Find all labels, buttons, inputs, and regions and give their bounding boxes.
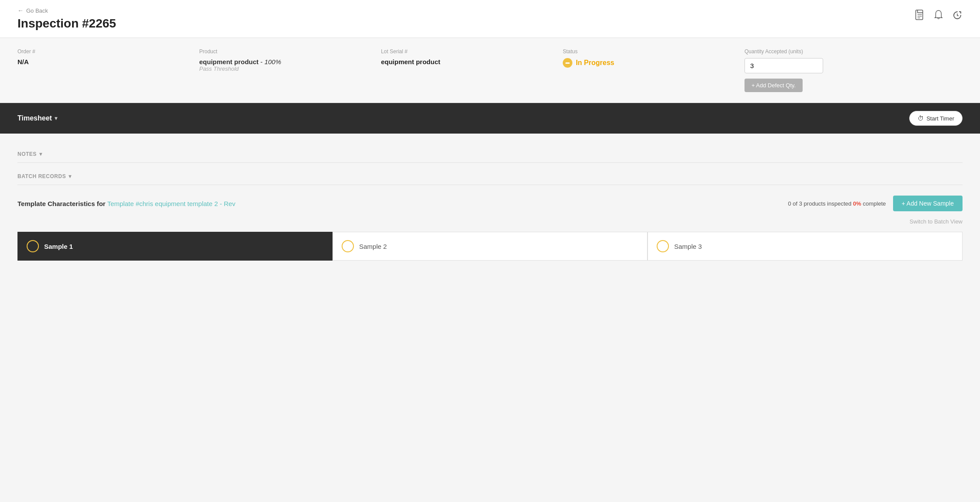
lot-serial-value: equipment product xyxy=(381,58,563,65)
batch-records-chevron-icon: ▾ xyxy=(69,173,72,179)
bell-icon[interactable] xyxy=(934,10,943,24)
quantity-input[interactable] xyxy=(745,58,823,73)
sample-tab-1[interactable]: Sample 1 xyxy=(17,232,332,261)
template-link[interactable]: Template #chris equipment template 2 - R… xyxy=(107,200,235,207)
batch-records-section-header[interactable]: BATCH RECORDS ▾ xyxy=(17,166,963,185)
history-icon[interactable] xyxy=(952,10,963,23)
order-label: Order # xyxy=(17,48,199,55)
product-name: equipment product xyxy=(199,58,259,65)
sample-3-label: Sample 3 xyxy=(674,243,702,250)
status-badge: In Progress xyxy=(563,58,745,68)
sample-2-circle-icon xyxy=(342,240,354,252)
batch-records-label: BATCH RECORDS xyxy=(17,173,66,179)
quantity-field: Quantity Accepted (units) + Add Defect Q… xyxy=(745,48,963,92)
add-defect-button[interactable]: + Add Defect Qty. xyxy=(745,79,803,92)
status-field: Status In Progress xyxy=(563,48,745,68)
info-bar: Order # N/A Product equipment product - … xyxy=(0,38,980,103)
header-icons xyxy=(915,7,963,24)
timesheet-bar: Timesheet ▾ ⏱ Start Timer xyxy=(0,103,980,134)
main-content: NOTES ▾ BATCH RECORDS ▾ Template Charact… xyxy=(0,134,980,271)
timesheet-chevron-icon: ▾ xyxy=(55,115,57,121)
progress-pct: 0% xyxy=(853,200,861,207)
in-progress-icon xyxy=(563,58,572,68)
status-value: In Progress xyxy=(576,59,614,67)
sample-2-label: Sample 2 xyxy=(359,243,387,250)
template-actions: 0 of 3 products inspected 0% complete + … xyxy=(788,196,963,211)
add-new-sample-button[interactable]: + Add New Sample xyxy=(893,196,963,211)
header-left: ← Go Back Inspection #2265 xyxy=(17,7,116,31)
template-section: Template Characteristics for Template #c… xyxy=(17,196,963,261)
go-back-label: Go Back xyxy=(26,7,48,14)
order-field: Order # N/A xyxy=(17,48,199,65)
timer-icon: ⏱ xyxy=(918,115,924,122)
page-title: Inspection #2265 xyxy=(17,17,116,31)
status-label: Status xyxy=(563,48,745,55)
sample-3-circle-icon xyxy=(657,240,669,252)
notes-chevron-icon: ▾ xyxy=(39,151,42,157)
product-label: Product xyxy=(199,48,381,55)
sample-1-circle-icon xyxy=(27,240,39,252)
lot-serial-label: Lot Serial # xyxy=(381,48,563,55)
product-field: Product equipment product - 100% Pass Th… xyxy=(199,48,381,72)
progress-text: 0 of 3 products inspected xyxy=(788,200,851,207)
page-header: ← Go Back Inspection #2265 xyxy=(0,0,980,38)
go-back-button[interactable]: ← Go Back xyxy=(17,7,116,14)
template-title: Template Characteristics for Template #c… xyxy=(17,200,235,207)
notes-section-header[interactable]: NOTES ▾ xyxy=(17,144,963,163)
template-title-prefix: Template Characteristics for xyxy=(17,200,105,207)
svg-rect-0 xyxy=(916,10,923,20)
start-timer-label: Start Timer xyxy=(926,115,954,122)
sample-tab-3[interactable]: Sample 3 xyxy=(648,232,963,261)
template-header: Template Characteristics for Template #c… xyxy=(17,196,963,211)
sample-tabs: Sample 1 Sample 2 Sample 3 xyxy=(17,232,963,261)
sample-1-label: Sample 1 xyxy=(44,243,73,250)
progress-suffix-text: complete xyxy=(863,200,886,207)
switch-batch-view[interactable]: Switch to Batch View xyxy=(17,218,963,225)
order-value: N/A xyxy=(17,58,199,65)
timesheet-toggle[interactable]: Timesheet ▾ xyxy=(17,114,57,122)
pdf-icon[interactable] xyxy=(915,10,925,24)
notes-label: NOTES xyxy=(17,151,37,157)
start-timer-button[interactable]: ⏱ Start Timer xyxy=(909,111,963,126)
pass-threshold-label: Pass Threshold xyxy=(199,65,381,72)
quantity-label: Quantity Accepted (units) xyxy=(745,48,963,55)
product-value: equipment product - 100% xyxy=(199,58,381,65)
sample-tab-2[interactable]: Sample 2 xyxy=(332,232,648,261)
product-threshold-pct: - 100% xyxy=(260,58,281,65)
arrow-left-icon: ← xyxy=(17,7,24,14)
timesheet-label-text: Timesheet xyxy=(17,114,52,122)
inspection-progress: 0 of 3 products inspected 0% complete xyxy=(788,200,886,207)
lot-serial-field: Lot Serial # equipment product xyxy=(381,48,563,65)
